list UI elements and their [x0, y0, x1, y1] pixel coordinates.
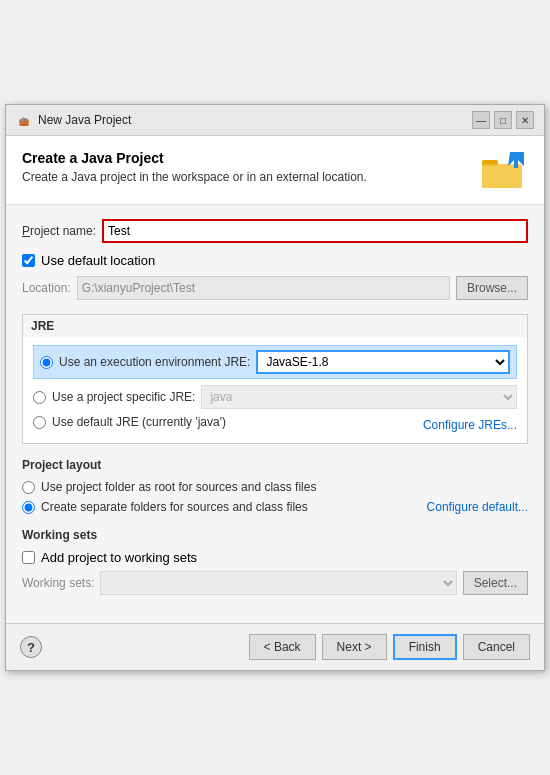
layout-option2-radio[interactable] — [22, 501, 35, 514]
header-description: Create a Java project in the workspace o… — [22, 170, 367, 184]
use-default-location-label: Use default location — [41, 253, 155, 268]
add-working-sets-checkbox[interactable] — [22, 551, 35, 564]
cancel-button[interactable]: Cancel — [463, 634, 530, 660]
add-working-sets-row: Add project to working sets — [22, 550, 528, 565]
project-layout-section: Project layout Use project folder as roo… — [22, 458, 528, 514]
project-name-row: Project name: — [22, 219, 528, 243]
jre-option3-radio-row: Use default JRE (currently 'java') — [33, 415, 226, 429]
header-folder-icon — [480, 150, 528, 190]
back-button[interactable]: < Back — [249, 634, 316, 660]
jre-environment-select[interactable]: JavaSE-1.8 — [256, 350, 510, 374]
configure-jres-link[interactable]: Configure JREs... — [423, 418, 517, 432]
location-input[interactable] — [77, 276, 450, 300]
jre-option3-radio[interactable] — [33, 416, 46, 429]
title-bar-left: New Java Project — [16, 112, 131, 128]
title-bar: New Java Project — □ ✕ — [6, 105, 544, 136]
close-button[interactable]: ✕ — [516, 111, 534, 129]
layout-option1-radio[interactable] — [22, 481, 35, 494]
jre-specific-select: java — [201, 385, 517, 409]
jre-option1-row: Use an execution environment JRE: JavaSE… — [33, 345, 517, 379]
jre-section: JRE Use an execution environment JRE: Ja… — [22, 314, 528, 444]
jre-option1-label: Use an execution environment JRE: — [59, 355, 250, 369]
use-default-location-row: Use default location — [22, 253, 528, 268]
project-layout-title: Project layout — [22, 458, 528, 472]
jre-option2-row: Use a project specific JRE: java — [33, 385, 517, 409]
minimize-button[interactable]: — — [472, 111, 490, 129]
next-button[interactable]: Next > — [322, 634, 387, 660]
dialog-header: Create a Java Project Create a Java proj… — [6, 136, 544, 205]
working-sets-section: Working sets Add project to working sets… — [22, 528, 528, 595]
title-text: New Java Project — [38, 113, 131, 127]
jre-option2-radio[interactable] — [33, 391, 46, 404]
location-label: Location: — [22, 281, 71, 295]
jre-section-content: Use an execution environment JRE: JavaSE… — [23, 337, 527, 443]
title-controls: — □ ✕ — [472, 111, 534, 129]
header-text: Create a Java Project Create a Java proj… — [22, 150, 367, 184]
working-sets-select-button[interactable]: Select... — [463, 571, 528, 595]
maximize-button[interactable]: □ — [494, 111, 512, 129]
dialog-footer: ? < Back Next > Finish Cancel — [6, 623, 544, 670]
project-name-label: Project name: — [22, 224, 96, 238]
location-row: Location: Browse... — [22, 276, 528, 300]
layout-option1-row: Use project folder as root for sources a… — [22, 480, 528, 494]
jre-section-title: JRE — [23, 315, 527, 337]
browse-button[interactable]: Browse... — [456, 276, 528, 300]
java-title-icon — [16, 112, 32, 128]
working-sets-label: Working sets: — [22, 576, 94, 590]
layout-option1-label: Use project folder as root for sources a… — [41, 480, 316, 494]
svg-rect-1 — [19, 124, 29, 126]
jre-option2-label: Use a project specific JRE: — [52, 390, 195, 404]
finish-button[interactable]: Finish — [393, 634, 457, 660]
layout-option2-row: Create separate folders for sources and … — [22, 500, 528, 514]
use-default-location-checkbox[interactable] — [22, 254, 35, 267]
dialog-body: Project name: Use default location Locat… — [6, 205, 544, 623]
header-title: Create a Java Project — [22, 150, 367, 166]
jre-option3-row: Use default JRE (currently 'java') Confi… — [33, 415, 517, 435]
jre-option3-label: Use default JRE (currently 'java') — [52, 415, 226, 429]
working-sets-select — [100, 571, 456, 595]
working-sets-input-row: Working sets: Select... — [22, 571, 528, 595]
help-button[interactable]: ? — [20, 636, 42, 658]
jre-option1-radio[interactable] — [40, 356, 53, 369]
add-working-sets-label: Add project to working sets — [41, 550, 197, 565]
configure-default-link[interactable]: Configure default... — [427, 500, 528, 514]
project-name-input[interactable] — [102, 219, 528, 243]
dialog: New Java Project — □ ✕ Create a Java Pro… — [5, 104, 545, 671]
working-sets-title: Working sets — [22, 528, 528, 542]
layout-option2-label: Create separate folders for sources and … — [41, 500, 308, 514]
